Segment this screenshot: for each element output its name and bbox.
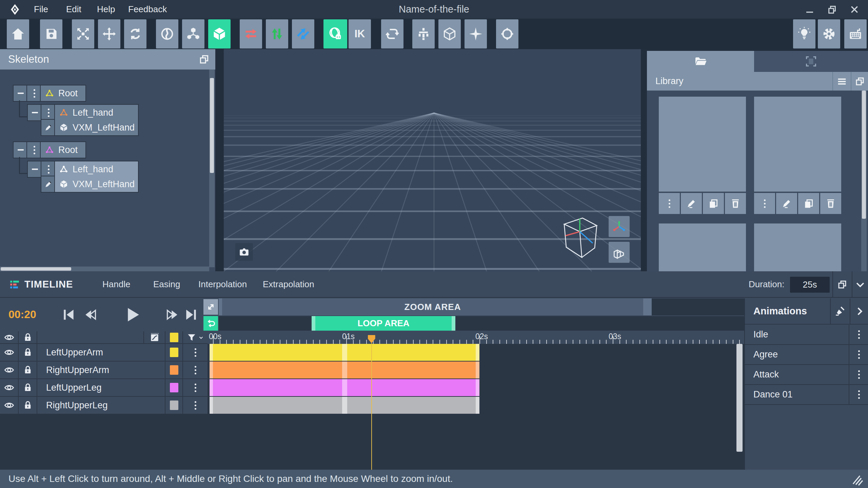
- track-name[interactable]: RightUpperLeg: [37, 397, 165, 414]
- tree-node-lefthand-1[interactable]: Left_hand VXM_LeftHand: [54, 104, 139, 136]
- item-duplicate-button[interactable]: [703, 193, 724, 214]
- settings-button[interactable]: [818, 19, 840, 48]
- track-lock-button[interactable]: [19, 344, 37, 361]
- menu-handle[interactable]: Handle: [102, 271, 130, 297]
- animation-menu-button[interactable]: [849, 345, 868, 364]
- tab-capture[interactable]: [754, 51, 868, 72]
- track-menu-button[interactable]: [183, 397, 208, 414]
- animations-expand-button[interactable]: [850, 298, 868, 324]
- library-popout-button[interactable]: [851, 72, 868, 91]
- axis-gizmo-button[interactable]: [609, 216, 630, 237]
- rewind-button[interactable]: [82, 307, 97, 322]
- curve-editor-button[interactable]: [144, 331, 165, 343]
- tree-node-lefthand-2[interactable]: Left_hand VXM_LeftHand: [54, 161, 139, 193]
- item-edit-button[interactable]: [776, 193, 797, 214]
- animation-item-dance01[interactable]: Dance 01: [745, 385, 868, 405]
- loop-area-bar[interactable]: LOOP AREA: [312, 316, 455, 331]
- tips-button[interactable]: [793, 19, 815, 48]
- track-lane[interactable]: [208, 362, 744, 379]
- track-name[interactable]: LeftUpperLeg: [37, 379, 165, 396]
- item-delete-button[interactable]: [820, 193, 841, 214]
- clip-right-handle[interactable]: [476, 344, 479, 361]
- lock-all-button[interactable]: [19, 331, 37, 343]
- clip-left-handle[interactable]: [210, 344, 213, 361]
- animation-item-agree[interactable]: Agree: [745, 345, 868, 365]
- library-item-thumbnail[interactable]: [754, 223, 841, 271]
- home-button[interactable]: [7, 19, 29, 48]
- library-scrollbar[interactable]: [861, 91, 867, 271]
- animation-menu-button[interactable]: [849, 385, 868, 404]
- item-menu-button[interactable]: [754, 193, 775, 214]
- skip-start-button[interactable]: [61, 307, 76, 322]
- item-menu-button[interactable]: [659, 193, 680, 214]
- world-button[interactable]: [156, 19, 178, 48]
- tab-library-folder[interactable]: [647, 51, 754, 72]
- skeleton-popout-button[interactable]: [198, 54, 210, 65]
- track-lock-button[interactable]: [19, 379, 37, 396]
- clip-right-handle[interactable]: [476, 379, 479, 396]
- track-lane[interactable]: [208, 379, 744, 397]
- loop-right-handle[interactable]: [452, 316, 455, 331]
- zoom-area-grip[interactable]: [647, 298, 652, 315]
- animation-item-idle[interactable]: Idle: [745, 325, 868, 345]
- track-visibility-button[interactable]: [0, 379, 19, 396]
- transfer-y-button[interactable]: [266, 19, 288, 48]
- track-visibility-button[interactable]: [0, 344, 19, 361]
- clip-right-handle[interactable]: [476, 397, 479, 414]
- track-name[interactable]: LeftUpperArm: [37, 344, 165, 361]
- toggle-all-visibility-button[interactable]: [0, 331, 19, 343]
- track-name[interactable]: RightUpperArm: [37, 362, 165, 378]
- tracks-vscrollbar[interactable]: [736, 344, 743, 452]
- filter-button[interactable]: [183, 331, 208, 343]
- skeleton-hscrollbar[interactable]: [0, 267, 209, 271]
- rotate-tool-button[interactable]: [124, 19, 146, 48]
- clip-right-handle[interactable]: [476, 362, 479, 378]
- animation-clip-bar[interactable]: [210, 362, 479, 378]
- track-visibility-button[interactable]: [0, 362, 19, 378]
- wire-cube-button[interactable]: [438, 19, 461, 48]
- viewport-3d[interactable]: [224, 49, 641, 271]
- timeline-collapse-button[interactable]: [853, 278, 867, 291]
- timeline-ruler[interactable]: 00s 01s 02s 03s: [208, 331, 744, 344]
- animation-menu-button[interactable]: [849, 325, 868, 344]
- animation-clip-bar[interactable]: [210, 379, 479, 396]
- clip-left-handle[interactable]: [210, 362, 213, 378]
- minimize-button[interactable]: [803, 3, 816, 16]
- track-lane[interactable]: [208, 397, 744, 414]
- transfer-x-button[interactable]: [240, 19, 262, 48]
- library-item-thumbnail[interactable]: [659, 97, 746, 192]
- transfer-diagonal-button[interactable]: [292, 19, 314, 48]
- ik-button[interactable]: IK: [349, 19, 371, 48]
- default-color-swatch[interactable]: [165, 331, 183, 343]
- track-visibility-button[interactable]: [0, 397, 19, 414]
- shortcuts-button[interactable]: [844, 19, 867, 48]
- scene-objects-button[interactable]: [182, 19, 204, 48]
- save-button[interactable]: [40, 19, 62, 48]
- camera-button[interactable]: [235, 243, 253, 261]
- item-delete-button[interactable]: [725, 193, 746, 214]
- animation-clip-bar[interactable]: [210, 397, 479, 414]
- track-color-swatch[interactable]: [165, 379, 183, 396]
- tree-node-root-2[interactable]: Root: [40, 141, 86, 158]
- item-duplicate-button[interactable]: [798, 193, 819, 214]
- move-tool-button[interactable]: [98, 19, 120, 48]
- track-lock-button[interactable]: [19, 362, 37, 378]
- loop-transform-button[interactable]: [381, 19, 403, 48]
- clean-animations-button[interactable]: [830, 298, 850, 324]
- zoom-area-right-handle[interactable]: [643, 298, 647, 315]
- track-lane[interactable]: [208, 344, 744, 362]
- zoom-area-bar[interactable]: ZOOM AREA: [219, 298, 647, 315]
- clip-left-handle[interactable]: [210, 379, 213, 396]
- playhead-line[interactable]: [371, 343, 372, 470]
- duration-input[interactable]: [790, 277, 830, 293]
- timeline-popout-button[interactable]: [835, 278, 850, 291]
- track-menu-button[interactable]: [183, 379, 208, 396]
- track-lock-button[interactable]: [19, 397, 37, 414]
- clip-left-handle[interactable]: [210, 397, 213, 414]
- track-menu-button[interactable]: [183, 344, 208, 361]
- focus-target-button[interactable]: [496, 19, 518, 48]
- library-item-thumbnail[interactable]: [754, 97, 841, 192]
- loop-toggle-button[interactable]: [203, 316, 218, 331]
- track-color-swatch[interactable]: [165, 344, 183, 361]
- animation-clip-bar[interactable]: [210, 344, 479, 361]
